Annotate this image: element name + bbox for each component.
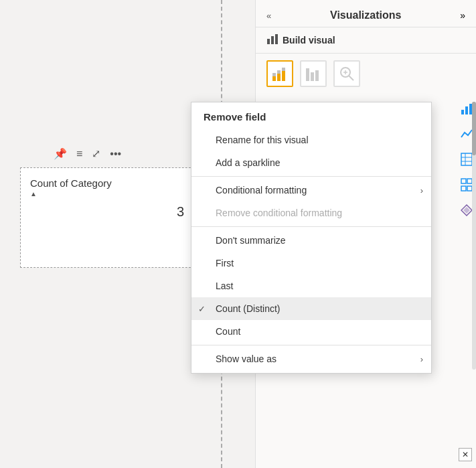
visual-card-toolbar: 📌 ≡ ⤢ ••• <box>54 147 121 160</box>
submenu-arrow-icon: › <box>420 185 423 196</box>
svg-rect-17 <box>465 106 468 114</box>
menu-item-add-sparkline[interactable]: Add a sparkline <box>191 151 431 174</box>
pin-icon[interactable]: 📌 <box>54 147 67 160</box>
svg-line-13 <box>349 76 353 80</box>
viz-panel-header: « Visualizations » <box>256 0 476 27</box>
check-icon: ✓ <box>198 304 206 314</box>
expand-icon[interactable]: ⤢ <box>92 147 100 160</box>
menu-item-label: Add a sparkline <box>216 157 281 168</box>
search-chart-btn[interactable] <box>333 60 360 87</box>
scrollbar-thumb[interactable] <box>472 102 476 155</box>
svg-rect-10 <box>311 72 314 81</box>
panel-scrollbar[interactable] <box>472 102 476 370</box>
menu-divider <box>191 176 431 177</box>
menu-item-label: Count <box>216 326 240 337</box>
svg-rect-11 <box>315 70 319 81</box>
svg-rect-2 <box>275 34 278 44</box>
menu-item-rename-visual[interactable]: Rename for this visual <box>191 129 431 151</box>
svg-rect-3 <box>272 76 276 81</box>
visual-card-title: Count of Category <box>30 177 112 189</box>
context-menu: Remove fieldRename for this visualAdd a … <box>191 102 432 374</box>
viz-panel-expand[interactable]: » <box>460 10 465 21</box>
menu-item-show-value-as[interactable]: Show value as› <box>191 347 431 370</box>
svg-rect-0 <box>267 39 270 44</box>
svg-rect-8 <box>282 68 285 71</box>
menu-item-count[interactable]: Count <box>191 320 431 343</box>
svg-rect-7 <box>282 71 285 81</box>
close-button[interactable]: ✕ <box>459 448 472 461</box>
stacked-bar-chart-btn[interactable] <box>266 60 293 87</box>
menu-item-remove-conditional: Remove conditional formatting <box>191 202 431 224</box>
svg-rect-4 <box>272 73 276 76</box>
svg-rect-5 <box>277 74 281 81</box>
arrow-left-icon[interactable]: « <box>266 11 271 21</box>
filter-icon[interactable]: ≡ <box>76 148 82 160</box>
menu-item-remove-field[interactable]: Remove field <box>191 105 431 129</box>
menu-item-label: Count (Distinct) <box>216 303 280 314</box>
svg-rect-9 <box>306 68 309 81</box>
viz-panel-collapse[interactable]: « <box>266 11 271 21</box>
svg-rect-6 <box>277 70 281 74</box>
svg-rect-19 <box>461 153 472 165</box>
menu-item-label: Remove conditional formatting <box>216 208 342 218</box>
svg-rect-1 <box>271 36 274 44</box>
build-visual-chart-icon <box>266 33 279 48</box>
chart-icons-row <box>256 54 476 94</box>
menu-item-label: Show value as <box>216 354 276 364</box>
svg-rect-26 <box>467 186 472 191</box>
arrow-right-icon[interactable]: » <box>460 10 465 21</box>
menu-item-label: Remove field <box>204 111 266 123</box>
visual-card: Count of Category ▲ 3 <box>20 167 208 268</box>
build-visual-row[interactable]: Build visual <box>256 27 476 54</box>
menu-item-count-distinct[interactable]: ✓Count (Distinct) <box>191 297 431 320</box>
menu-item-dont-summarize[interactable]: Don't summarize <box>191 229 431 252</box>
menu-divider <box>191 345 431 345</box>
more-icon[interactable]: ••• <box>110 148 121 160</box>
menu-divider <box>191 226 431 227</box>
menu-item-label: Conditional formatting <box>216 185 307 196</box>
clustered-bar-chart-btn[interactable] <box>300 60 327 87</box>
menu-item-label: First <box>216 258 234 268</box>
svg-rect-23 <box>461 179 466 183</box>
menu-item-last[interactable]: Last <box>191 275 431 297</box>
svg-rect-24 <box>467 179 472 183</box>
submenu-arrow-icon: › <box>420 354 423 364</box>
menu-item-label: Don't summarize <box>216 235 286 246</box>
viz-panel-title: Visualizations <box>330 9 401 21</box>
sort-icon[interactable]: ▲ <box>30 190 37 198</box>
svg-rect-25 <box>461 186 466 191</box>
menu-item-first[interactable]: First <box>191 252 431 275</box>
build-visual-label: Build visual <box>283 35 335 46</box>
menu-item-conditional-formatting[interactable]: Conditional formatting› <box>191 179 431 202</box>
svg-rect-16 <box>461 110 464 114</box>
menu-item-label: Last <box>216 281 233 291</box>
menu-item-label: Rename for this visual <box>216 135 309 145</box>
